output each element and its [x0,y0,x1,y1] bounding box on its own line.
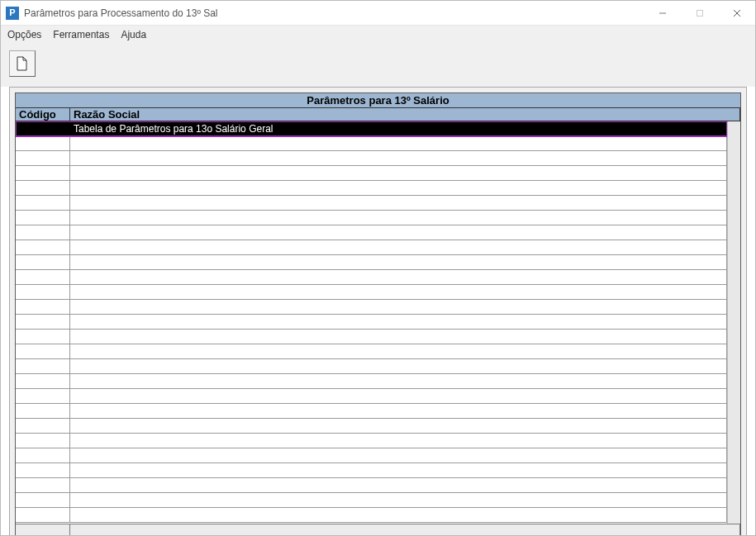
grid-title: Parâmetros para 13º Salário [16,93,740,108]
grid-footer [16,524,740,536]
cell-razao [70,374,727,388]
cell-razao [70,434,727,448]
cell-codigo [16,196,70,210]
cell-razao [70,359,727,373]
table-row-empty[interactable] [16,151,727,166]
table-row-empty[interactable] [16,344,727,359]
cell-codigo [16,225,70,240]
cell-razao [70,404,727,418]
cell-codigo [16,434,70,448]
cell-razao [70,344,727,358]
menu-ajuda[interactable]: Ajuda [121,29,146,40]
table-row-empty[interactable] [16,240,727,255]
cell-razao: Tabela de Parâmetros para 13o Salário Ge… [70,121,727,135]
table-row[interactable]: Tabela de Parâmetros para 13o Salário Ge… [16,121,727,136]
vertical-scrollbar[interactable] [727,121,740,524]
cell-razao [70,478,727,492]
app-icon: P [6,7,19,20]
table-row-empty[interactable] [16,493,727,508]
cell-codigo [16,211,70,225]
cell-codigo [16,359,70,373]
cell-razao [70,315,727,329]
column-header-codigo[interactable]: Código [16,108,70,121]
cell-razao [70,136,727,150]
cell-razao [70,270,727,284]
table-row-empty[interactable] [16,508,727,523]
cell-codigo [16,330,70,344]
cell-razao [70,166,727,180]
table-row-empty[interactable] [16,448,727,463]
grid-header-row: Código Razão Social [16,108,740,121]
cell-codigo [16,374,70,388]
minimize-button[interactable] [644,1,681,25]
cell-codigo [16,463,70,477]
table-row-empty[interactable] [16,404,727,419]
cell-razao [70,240,727,254]
table-row-empty[interactable] [16,211,727,225]
table-row-empty[interactable] [16,359,727,374]
cell-codigo [16,508,70,522]
table-row-empty[interactable] [16,270,727,285]
grid-body: Tabela de Parâmetros para 13o Salário Ge… [16,121,740,524]
table-row-empty[interactable] [16,478,727,493]
window-controls [644,1,755,25]
cell-razao [70,300,727,314]
table-row-empty[interactable] [16,315,727,330]
table-row-empty[interactable] [16,285,727,300]
table-row-empty[interactable] [16,181,727,196]
cell-codigo [16,166,70,180]
table-row-empty[interactable] [16,196,727,211]
table-row-empty[interactable] [16,136,727,151]
cell-razao [70,330,727,344]
table-row-empty[interactable] [16,225,727,240]
cell-codigo [16,285,70,299]
table-row-empty[interactable] [16,330,727,344]
svg-rect-1 [697,10,702,16]
app-icon-letter: P [9,8,15,17]
cell-razao [70,211,727,225]
table-row-empty[interactable] [16,389,727,404]
cell-codigo [16,136,70,150]
cell-codigo [16,240,70,254]
cell-razao [70,508,727,522]
cell-razao [70,196,727,210]
cell-razao [70,285,727,299]
cell-razao [70,389,727,403]
table-row-empty[interactable] [16,300,727,315]
table-row-empty[interactable] [16,166,727,181]
column-header-razao[interactable]: Razão Social [70,108,740,121]
table-row-empty[interactable] [16,374,727,389]
table-row-empty[interactable] [16,463,727,478]
cell-codigo [16,255,70,269]
cell-codigo [16,270,70,284]
data-grid[interactable]: Parâmetros para 13º Salário Código Razão… [15,92,741,536]
cell-razao [70,463,727,477]
cell-codigo [16,419,70,433]
cell-codigo [16,315,70,329]
cell-codigo [16,121,70,135]
menu-ferramentas[interactable]: Ferramentas [53,29,109,40]
cell-codigo [16,389,70,403]
footer-cell-razao [70,524,740,536]
toolbar [1,44,755,87]
content-panel: Parâmetros para 13º Salário Código Razão… [9,87,747,536]
cell-codigo [16,344,70,358]
close-button[interactable] [718,1,755,25]
titlebar: P Parâmetros para Processamento do 13º S… [1,1,755,26]
new-document-button[interactable] [9,50,36,77]
cell-codigo [16,478,70,492]
cell-razao [70,225,727,240]
maximize-button[interactable] [681,1,718,25]
cell-razao [70,493,727,507]
cell-codigo [16,493,70,507]
cell-razao [70,151,727,165]
table-row-empty[interactable] [16,434,727,448]
cell-codigo [16,300,70,314]
cell-razao [70,255,727,269]
cell-codigo [16,181,70,195]
table-row-empty[interactable] [16,419,727,434]
document-icon [16,56,29,71]
menu-opcoes[interactable]: Opções [7,29,41,40]
table-row-empty[interactable] [16,255,727,270]
cell-razao [70,419,727,433]
